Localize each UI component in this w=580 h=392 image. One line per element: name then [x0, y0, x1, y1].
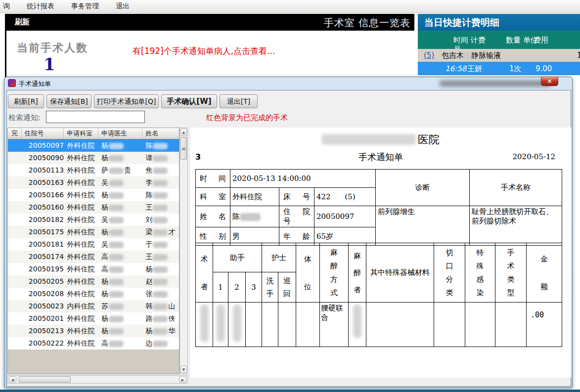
- col-admission-id[interactable]: 住院号: [22, 128, 64, 139]
- surgery-notice-form: 医院 3 手术通知单 2020-05-12 时 间 2020-05-13 14:…: [190, 128, 571, 378]
- billing-item-clipped-fee: 1: [577, 51, 580, 60]
- col-request-dept[interactable]: 申请科室: [64, 128, 98, 139]
- list-horizontal-scrollbar[interactable]: ◀ ▶: [7, 375, 188, 384]
- billing-item-row[interactable]: (5) 包吉木静脉输液 1: [418, 49, 580, 62]
- main-window-left-border: [5, 31, 6, 77]
- request-dept-cell: 外科住院: [64, 139, 98, 152]
- billing-clerk: 王妍: [467, 64, 482, 74]
- done-cell: [8, 263, 22, 275]
- circulating-nurse-header: 巡回: [278, 272, 296, 303]
- list-item[interactable]: 20050174 外科住院 高 王: [8, 251, 179, 263]
- col-done[interactable]: 完: [8, 128, 22, 139]
- list-item[interactable]: 20050166 外科住院 杨 陈: [8, 189, 179, 201]
- list-item[interactable]: 20050090 外科住院 杨 谭: [8, 152, 179, 164]
- horizontal-scroll-thumb[interactable]: [19, 376, 71, 383]
- assistant-2-header: 2: [228, 272, 246, 303]
- menu-item-reports[interactable]: 统计报表: [25, 1, 56, 12]
- close-icon[interactable]: ×: [541, 77, 558, 86]
- col-request-doctor[interactable]: 申请医生: [98, 128, 142, 139]
- patient-name-cell: 杨: [142, 263, 179, 275]
- assistant-3-header: 3: [246, 272, 262, 303]
- list-item[interactable]: 20050113 外科住院 萨贵 焦: [8, 164, 179, 176]
- billing-detail-row[interactable]: 16:58 王妍 1次 9.00: [418, 62, 580, 75]
- menu-item-affairs[interactable]: 事务管理: [69, 1, 101, 12]
- vertical-scroll-thumb[interactable]: [180, 137, 187, 160]
- assistant-1-value: [213, 303, 228, 347]
- staff-table: 术者 助手 护士 体位 麻醉方式 麻醉者 其中特殊器械材料 切口分类 特殊感染 …: [195, 243, 562, 347]
- anesthesia-method-header: 麻醉方式: [320, 243, 349, 303]
- scroll-down-icon[interactable]: ▼: [180, 366, 187, 373]
- list-vertical-scrollbar[interactable]: ▲ ▼: [179, 128, 188, 374]
- patient-name-cell: 于: [142, 238, 179, 251]
- save-notice-button[interactable]: 保存通知[B]: [46, 94, 91, 108]
- surgery-name-value: 耻骨上经膀胱切开取石、前列腺切除术: [470, 206, 562, 246]
- special-infection-value: [465, 303, 495, 347]
- patient-name-cell: 张: [142, 288, 179, 300]
- list-item[interactable]: 20050163 外科住院 吴 李: [8, 176, 179, 189]
- list-item[interactable]: 20050182 外科住院 吴 刘: [8, 214, 179, 226]
- admission-id-cell: 20050023: [22, 300, 64, 312]
- list-item[interactable]: 20050205 外科住院 杨 赵: [8, 275, 179, 288]
- list-item[interactable]: 20050175 外科住院 杨 梁才: [8, 226, 179, 238]
- list-item[interactable]: 20050201 外科住院 杨 路侠: [8, 312, 179, 325]
- done-cell: [8, 201, 22, 214]
- col-patient-name[interactable]: 姓名: [142, 128, 179, 139]
- incision-class-header: 切口分类: [434, 243, 465, 303]
- list-item[interactable]: 20050023 内科住院 苏 韩山: [8, 300, 179, 312]
- menu-item-exit[interactable]: 退出: [114, 1, 132, 12]
- scrub-nurse-value: [262, 303, 278, 347]
- list-item[interactable]: 20050213 外科住院 杨 杨华: [8, 325, 179, 337]
- list-item[interactable]: 20050222 外科住院 高 边: [8, 337, 179, 349]
- surgery-notice-count-link[interactable]: 有[192]个手术通知单病人,点击查看...: [133, 45, 275, 57]
- notice-list-body: 20050097 外科住院 杨 陈 20050090 外科住院 杨 谭 2005…: [7, 139, 179, 349]
- admission-id-cell: 20050175: [22, 226, 64, 238]
- list-item[interactable]: 20050208 外科住院 杨 张: [8, 288, 179, 300]
- request-doctor-cell: 吴: [98, 214, 142, 226]
- list-item[interactable]: 20050097 外科住院 杨 陈: [8, 139, 179, 152]
- assistant-3-value: [246, 303, 262, 347]
- request-doctor-cell: 杨: [98, 288, 142, 300]
- admission-id-cell: 20050163: [22, 176, 64, 189]
- done-cell: [8, 139, 22, 152]
- scroll-right-icon[interactable]: ▶: [179, 376, 186, 383]
- search-notice-label: 检索通知:: [8, 113, 41, 123]
- scroll-up-icon[interactable]: ▲: [180, 129, 187, 136]
- completed-surgery-hint: 红色背景为已完成的手术: [206, 113, 288, 123]
- patient-name-cell: 李: [142, 176, 179, 189]
- request-dept-cell: 外科住院: [64, 214, 98, 226]
- patient-name-cell: 陈: [142, 189, 179, 201]
- scroll-left-icon[interactable]: ◀: [9, 376, 16, 383]
- done-cell: [8, 226, 22, 238]
- list-item[interactable]: 20050195 外科住院 高 杨: [8, 263, 179, 275]
- menu-item-query[interactable]: 询: [1, 1, 12, 12]
- billing-col-fee: 费用: [534, 36, 578, 45]
- confirm-surgery-button[interactable]: 手术确认[W]: [161, 94, 217, 108]
- request-doctor-cell: 杨: [98, 226, 142, 238]
- scrub-nurse-header: 洗手: [262, 272, 278, 303]
- patient-name-cell: 边: [142, 337, 179, 349]
- dialog-client-area: 刷新[R] 保存通知[B] 打印手术通知单[Q] 手术确认[W] 退出[T] 检…: [6, 90, 571, 387]
- list-item[interactable]: 20050181 外科住院 吴 于: [8, 238, 179, 251]
- request-dept-cell: 内科住院: [64, 300, 98, 312]
- billing-panel-title: 当日快捷计费明细: [418, 14, 580, 31]
- admission-id-cell: 20050160: [22, 201, 64, 214]
- exit-button[interactable]: 退出[T]: [220, 94, 258, 108]
- request-doctor-cell: 高: [98, 263, 142, 275]
- time-label: 时 间: [196, 170, 230, 188]
- request-doctor-cell: 杨: [98, 189, 142, 201]
- print-notice-button[interactable]: 打印手术通知单[Q]: [94, 94, 159, 108]
- main-refresh-link[interactable]: 刷新: [15, 17, 30, 27]
- screen-bottom-strip: [0, 390, 580, 392]
- bed-label: 床 号: [279, 188, 314, 206]
- billing-item-count-link[interactable]: (5): [424, 51, 434, 60]
- dialog-icon: [8, 79, 16, 87]
- list-item[interactable]: 20050160 外科住院 杨 王: [8, 201, 179, 214]
- done-cell: [8, 337, 22, 349]
- form-date: 2020-05-12: [513, 152, 555, 161]
- dialog-titlebar[interactable]: 手术通知单 ×: [4, 77, 572, 90]
- request-dept-cell: 外科住院: [64, 176, 98, 189]
- request-dept-cell: 外科住院: [64, 312, 98, 325]
- refresh-button[interactable]: 刷新[R]: [8, 94, 44, 108]
- request-doctor-cell: 萨贵: [98, 164, 142, 176]
- search-notice-input[interactable]: [46, 111, 145, 123]
